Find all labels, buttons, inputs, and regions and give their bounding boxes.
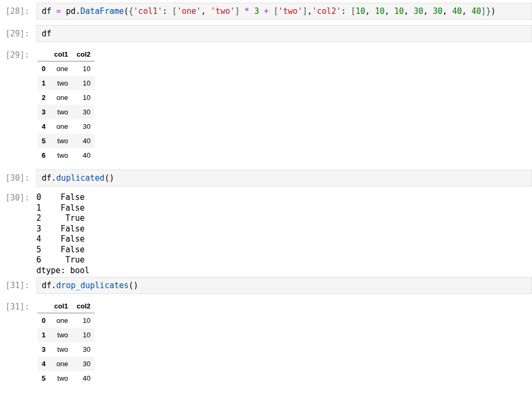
dataframe-table-29: col1col2 0one101two102one103two304one305… (37, 48, 95, 163)
header-row: col1col2 (37, 48, 95, 61)
table-row: 2one10 (37, 90, 95, 105)
output-area-30: 0 False 1 False 2 True 3 False 4 False 5… (36, 192, 532, 276)
code-token: 10 (394, 6, 404, 16)
code-editor-30[interactable]: df.duplicated() (36, 169, 532, 187)
header-row: col1col2 (37, 299, 95, 313)
table-cell: two (50, 342, 72, 357)
table-cell: two (50, 328, 72, 342)
code-token: () (129, 281, 138, 290)
code-token (240, 6, 244, 16)
table-cell: two (50, 134, 72, 148)
row-index: 5 (37, 134, 50, 148)
row-index: 3 (37, 342, 50, 357)
table-row: 4one30 (37, 357, 95, 371)
table-cell: 40 (72, 134, 95, 148)
table-row: 1two10 (37, 328, 95, 342)
code-line-30: df.duplicated() (42, 173, 527, 183)
code-token: df (42, 29, 51, 38)
row-index: 1 (37, 328, 50, 342)
code-token: , (443, 6, 452, 16)
code-token: 'two' (279, 6, 303, 16)
table-row: 0one10 (37, 61, 95, 76)
table-cell: 40 (72, 148, 95, 163)
table-row: 5two40 (37, 134, 95, 148)
row-index: 1 (37, 76, 50, 90)
table-cell: one (50, 119, 72, 134)
dataframe-table-31: col1col2 0one101two103two304one305two40 (37, 299, 95, 385)
output-prompt-30: [30]: (0, 192, 36, 203)
row-index: 6 (37, 148, 50, 163)
code-cell-30: [30]: df.duplicated() (0, 169, 532, 187)
code-token: 'col2' (312, 6, 341, 16)
series-output: 0 False 1 False 2 True 3 False 4 False 5… (36, 192, 532, 276)
row-index: 4 (37, 119, 50, 134)
row-index: 2 (37, 90, 50, 105)
table-row: 5two40 (37, 371, 95, 385)
code-editor-31[interactable]: df.drop_duplicates() (36, 277, 532, 294)
output-prompt-31: [31]: (0, 299, 36, 312)
table-cell: 10 (72, 61, 95, 76)
code-token: ] (235, 6, 240, 16)
code-line-29: df (42, 29, 527, 38)
code-token: , (384, 6, 394, 16)
table-cell: 30 (72, 357, 95, 371)
code-token: , (365, 6, 375, 16)
code-token: [ (172, 6, 177, 16)
code-cell-28: [28]: df = pd.DataFrame({'col1': ['one',… (0, 3, 532, 20)
column-header (37, 48, 50, 61)
input-prompt-28: [28]: (0, 3, 36, 16)
code-token: df. (42, 173, 56, 183)
column-header (37, 299, 50, 313)
column-header: col1 (50, 299, 72, 313)
output-cell-30: [30]: 0 False 1 False 2 True 3 False 4 F… (0, 192, 532, 276)
code-editor-28[interactable]: df = pd.DataFrame({'col1': ['one', 'two'… (36, 3, 532, 20)
code-token: , (423, 6, 433, 16)
code-token: : (163, 6, 172, 16)
row-index: 5 (37, 371, 50, 385)
table-cell: one (50, 90, 72, 105)
code-token: ) (491, 6, 496, 16)
code-line-31: df.drop_duplicates() (42, 281, 527, 290)
code-token: pd. (61, 6, 80, 16)
table-cell: 10 (72, 328, 95, 342)
table-cell: 30 (72, 105, 95, 119)
code-token: 10 (375, 6, 384, 16)
input-prompt-30: [30]: (0, 169, 36, 183)
code-token: , (404, 6, 413, 16)
input-prompt-29: [29]: (0, 25, 36, 38)
table-cell: one (50, 357, 72, 371)
code-token: [ (274, 6, 279, 16)
code-token: () (104, 173, 114, 183)
table-row: 0one10 (37, 313, 95, 328)
code-token: 'two' (211, 6, 235, 16)
code-token: , (201, 6, 211, 16)
code-token: df. (42, 281, 56, 290)
code-editor-29[interactable]: df (36, 25, 532, 42)
table-row: 3two30 (37, 105, 95, 119)
code-token: 30 (413, 6, 423, 16)
table-cell: two (50, 371, 72, 385)
output-cell-29: [29]: col1col2 0one101two102one103two304… (0, 48, 532, 163)
table-cell: one (50, 61, 72, 76)
jupyter-notebook: { "syntax_colors": { "operator": "#AA22F… (0, 0, 532, 394)
code-token (268, 6, 273, 16)
code-token: } (486, 6, 491, 16)
output-area-31: col1col2 0one101two103two304one305two40 (36, 299, 532, 385)
code-token: duplicated (56, 173, 104, 183)
table-cell: 30 (72, 342, 95, 357)
code-token: 'col1' (134, 6, 163, 16)
column-header: col1 (50, 48, 72, 61)
output-prompt-29: [29]: (0, 48, 36, 60)
table-cell: 10 (72, 313, 95, 328)
table-row: 6two40 (37, 148, 95, 163)
table-row: 4one30 (37, 119, 95, 134)
code-token: * (244, 6, 249, 16)
code-token: ] (481, 6, 486, 16)
table-cell: 40 (72, 371, 95, 385)
row-index: 0 (37, 61, 50, 76)
code-token: { (129, 6, 134, 16)
code-token: = (56, 6, 61, 16)
code-token: df (42, 6, 56, 16)
input-prompt-31: [31]: (0, 277, 36, 290)
code-token: 40 (452, 6, 462, 16)
